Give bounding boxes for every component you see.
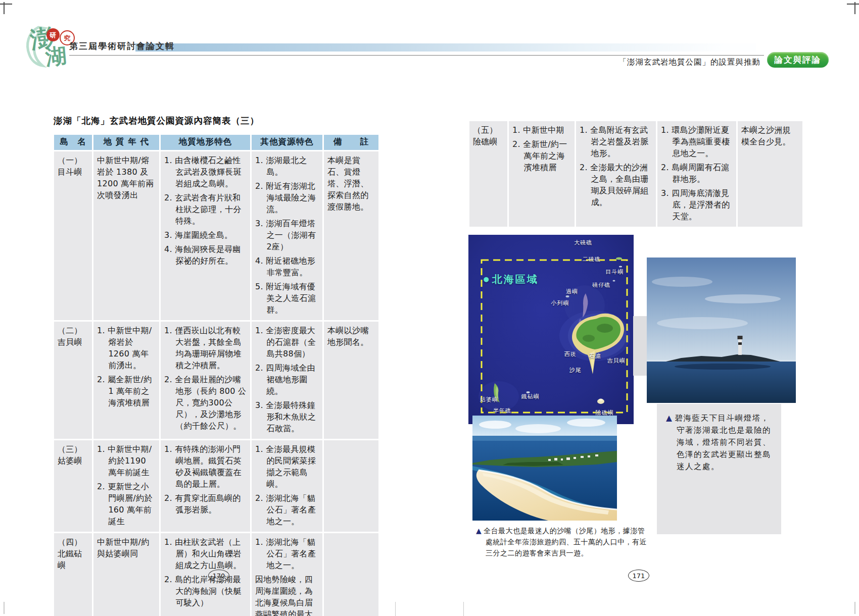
island-name: 姑婆嶼 xyxy=(58,455,88,467)
table-text-item: 2. 有貫穿北面島嶼的弧形岩脈。 xyxy=(164,492,247,516)
island-number: （三） xyxy=(58,443,88,455)
island-number: （四） xyxy=(58,536,88,548)
map-label-island: 大磽礁 xyxy=(574,239,592,246)
cell-remarks xyxy=(324,440,378,532)
cell-geologic-era: 1. 中新世中期/熔岩於 1260 萬年前湧出。2. 屬全新世/約 1 萬年前之… xyxy=(93,322,159,439)
caption-triangle-icon: ▲ xyxy=(666,414,673,423)
table-text-item: 1. 由柱狀玄武岩（上層）和火山角礫岩組成之方山島嶼。 xyxy=(164,536,247,571)
logo-seal-yan: 研 xyxy=(46,28,60,41)
column-header-2: 地 質 年 代 xyxy=(93,135,159,150)
crop-mark xyxy=(847,4,859,5)
table-text-item: 2. 島的北岸有澎湖最大的海蝕洞（快艇可駛入） xyxy=(164,574,247,608)
table-text-item: 2. 更新世之小門嶼層/約於160 萬年前誕生 xyxy=(97,481,156,527)
table-text-item: 3. 海崖圍繞全島。 xyxy=(164,229,247,241)
cell-remarks xyxy=(324,533,378,616)
column-header-4: 其他資源特色 xyxy=(252,135,322,150)
table-row-2: （二）吉貝嶼1. 中新世中期/熔岩於 1260 萬年前湧出。2. 屬全新世/約 … xyxy=(54,322,378,439)
table-text-item: 1. 環島沙灘附近夏季為燕鷗重要棲息地之一。 xyxy=(661,124,733,159)
table-text-item: 1. 中新世中期/熔岩於 1260 萬年前湧出。 xyxy=(97,325,156,371)
gutter-mark xyxy=(463,602,464,616)
cell-island-name: （三）姑婆嶼 xyxy=(54,440,92,532)
cell-island-name: （一）目斗嶼 xyxy=(54,151,92,320)
series-title: 第三屆學術研討會論文輯 xyxy=(69,40,175,52)
table-text-item: 1. 全澎最具規模的民間紫菜採擷之示範島嶼。 xyxy=(255,443,319,490)
resource-table-left: 島 名地 質 年 代地質地形特色其他資源特色備 註 （一）目斗嶼中新世中期/熔岩… xyxy=(53,133,380,616)
book-spread: 澎 湖 研 究 第三屆學術研討會論文輯 「澎湖玄武岩地質公園」的設置與推動 論文… xyxy=(0,0,859,616)
table-text-item: 2. 澎湖北海「貓公石」著名產地之一。 xyxy=(255,492,319,527)
table-text-item: 3. 全澎最特殊鐘形和木魚狀之石敢當。 xyxy=(255,399,319,434)
cell-other-resources: 1. 澎湖最北之島。2. 附近有澎湖北海域最險之海流。3. 澎湖百年燈塔之一（澎… xyxy=(252,151,322,320)
photo-back-panel xyxy=(633,316,647,376)
island-name: 吉貝嶼 xyxy=(58,336,88,348)
column-header-3: 地質地形特色 xyxy=(161,135,250,150)
section-badge: 論文與評論 xyxy=(767,52,829,68)
table-text-item: 4. 附近裙礁地形非常豐富。 xyxy=(255,255,319,278)
island-number: （一） xyxy=(58,155,88,166)
island-name: 北鐵砧嶼 xyxy=(58,548,88,571)
table-text-item: 1. 中新世中期/約於1190 萬年前誕生 xyxy=(97,443,156,478)
beach-caption: ▲全台最大也是最迷人的沙嘴（沙尾）地形，據澎管處統計全年蒞澎旅遊約四、五十萬的人… xyxy=(476,525,648,558)
header-gradient-bar xyxy=(135,43,756,52)
table-text-item: 2. 四周海域全由裙礁地形圍繞。 xyxy=(255,362,319,397)
resource-table-continued: （五）險礁嶼1. 中新世中期2. 全新世/約一萬年前之海濱堆積層1. 全島附近有… xyxy=(468,120,804,228)
table-title: 澎湖「北海」玄武岩地質公園資源內容簡表（三） xyxy=(54,115,259,127)
table-text-item: 1. 全澎密度最大的石滬群（全島共88個） xyxy=(255,325,319,360)
article-title: 「澎湖玄武岩地質公園」的設置與推動 xyxy=(586,57,760,68)
lighthouse-caption: ▲碧海藍天下目斗嶼燈塔，守著澎湖最北也是最險的海域，燈塔前不同岩質、色澤的玄武岩… xyxy=(666,412,772,473)
table-text-item: 2. 島嶼周圍有石滬群地形。 xyxy=(661,162,733,185)
map-label-island: 小列嶼 xyxy=(551,299,569,307)
table-text-item: 2. 全新世/約一萬年前之海濱堆積層 xyxy=(512,138,571,173)
table-text-item: 本嶼之沙洲規模全台少見。 xyxy=(741,124,799,147)
crop-mark xyxy=(854,602,855,614)
map-label-island: 半年礁 xyxy=(493,407,511,415)
column-header-1: 島 名 xyxy=(54,135,92,150)
map-label-island: 二磽礁 xyxy=(583,255,601,263)
table-text-item: 1. 澎湖最北之島。 xyxy=(255,155,319,178)
table-text-item: 1. 中新世中期 xyxy=(512,124,571,136)
map-label-island: 吉貝嶼 xyxy=(607,357,626,365)
table-text-item: 5. 附近海域有優美之人造石滬群。 xyxy=(255,281,319,316)
page-number-left: 170 xyxy=(208,570,229,582)
table-text-item: 2. 玄武岩含有片狀和柱狀之節理，十分特殊。 xyxy=(164,192,247,227)
gutter-mark xyxy=(395,602,396,616)
column-header-5: 備 註 xyxy=(324,135,378,150)
table-text-item: 1. 有特殊的澎湖小門嶼地層。鐵質石英砂及褐鐵礦覆蓋在島的最上層。 xyxy=(164,443,247,490)
north-sea-map-image: ●北海區域 大磽礁二磽礁目斗嶼磽仔礁過嶼小列嶼西崁石滬吉貝嶼沙尾姑婆嶼半年礁鐵砧… xyxy=(468,235,634,424)
logo-char-hu: 湖 xyxy=(44,41,68,71)
island-number: （二） xyxy=(58,325,88,336)
cell-geologic-era: 中新世中期/約與姑婆嶼同 xyxy=(93,533,159,616)
table-text-item: 4. 海蝕洞狹長是尋幽探祕的好所在。 xyxy=(164,243,247,267)
map-label-island: 姑婆嶼 xyxy=(480,396,498,403)
map-label-island: 鐵砧嶼 xyxy=(521,393,540,400)
cell-remarks: 本嶼之沙洲規模全台少見。 xyxy=(738,121,802,227)
cell-geologic-features: 1. 全島附近有玄武岩之岩盤及岩脈地形。2. 全澎最大的沙洲之島，全島由珊瑚及貝… xyxy=(576,121,656,227)
map-label-island: 石滬 xyxy=(589,352,601,360)
table-text-item: 因地勢險峻，四周海崖圍繞，為北海夏候鳥白眉燕鷗繁殖的最大棲地。 xyxy=(255,574,319,616)
sandspit-photo xyxy=(472,416,617,521)
header-rule xyxy=(69,55,764,56)
cell-island-name: （四）北鐵砧嶼 xyxy=(54,533,92,616)
table-text-item: 2. 全台最壯麗的沙嘴地形（長約 800 公尺，寬約300公尺），及沙灘地形（約… xyxy=(164,374,247,432)
table-text-item: 本嶼以沙嘴地形聞名。 xyxy=(327,325,375,348)
table-text-item: 中新世中期/約與姑婆嶼同 xyxy=(97,536,156,559)
lighthouse-caption-box: ▲碧海藍天下目斗嶼燈塔，守著澎湖最北也是最險的海域，燈塔前不同岩質、色澤的玄武岩… xyxy=(657,404,781,534)
table-row-1: （一）目斗嶼中新世中期/熔岩於 1380 及 1200 萬年前兩次噴發湧出1. … xyxy=(54,151,378,320)
table-row-3: （三）姑婆嶼1. 中新世中期/約於1190 萬年前誕生2. 更新世之小門嶼層/約… xyxy=(54,440,378,532)
cell-other-resources: 1. 全澎密度最大的石滬群（全島共88個）2. 四周海域全由裙礁地形圍繞。3. … xyxy=(252,322,322,439)
map-label-island: 目斗嶼 xyxy=(605,268,624,276)
table-text-item: 2. 附近有澎湖北海域最險之海流。 xyxy=(255,180,319,215)
caption-triangle-icon: ▲ xyxy=(476,527,482,535)
crop-mark xyxy=(0,4,12,5)
cell-geologic-features: 1. 由柱狀玄武岩（上層）和火山角礫岩組成之方山島嶼。2. 島的北岸有澎湖最大的… xyxy=(161,533,250,616)
map-label-island: 西崁 xyxy=(564,350,577,358)
cell-other-resources: 1. 澎湖北海「貓公石」著名產地之一。因地勢險峻，四周海崖圍繞，為北海夏候鳥白眉… xyxy=(252,533,322,616)
cell-geologic-features: 1. 僅西崁山以北有較大岩盤，其餘全島均為珊瑚碎屑物堆積之沖積層。2. 全台最壯… xyxy=(161,322,250,439)
map-label-island: 磽仔礁 xyxy=(592,281,610,289)
crop-mark xyxy=(4,602,5,614)
table-text-item: 本嶼是賞石、賞燈塔、浮潛、探索自然的渡假勝地。 xyxy=(327,155,375,213)
table-text-item: 2. 屬全新世/約 1 萬年前之海濱堆積層 xyxy=(97,374,156,408)
table-text-item: 2. 全澎最大的沙洲之島，全島由珊瑚及貝殼碎屑組成。 xyxy=(580,162,652,208)
table-row-5: （五）險礁嶼1. 中新世中期2. 全新世/約一萬年前之海濱堆積層1. 全島附近有… xyxy=(469,121,802,227)
cell-island-name: （二）吉貝嶼 xyxy=(54,322,92,439)
table-text-item: 1. 僅西崁山以北有較大岩盤，其餘全島均為珊瑚碎屑物堆積之沖積層。 xyxy=(164,325,247,371)
